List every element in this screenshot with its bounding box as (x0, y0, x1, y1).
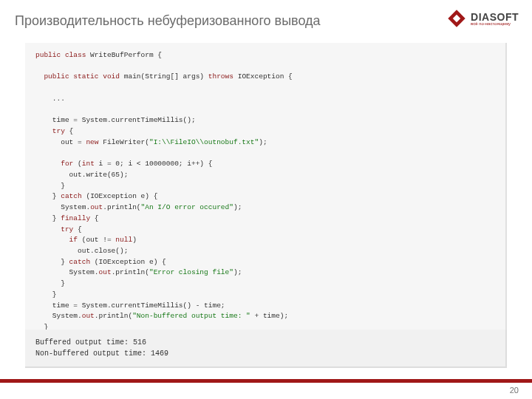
code-txt: time = System.currentTimeMillis() - time… (35, 301, 225, 310)
output-block: Buffered output time: 516 Non-buffered o… (25, 330, 507, 368)
code-kw: public static void (35, 72, 120, 81)
code-txt: } (35, 290, 57, 299)
code-str: "I:\\FileIO\\outnobuf.txt" (149, 138, 259, 146)
code-txt: } (35, 182, 65, 190)
code-txt: ); (259, 138, 267, 146)
code-kw: throws (208, 72, 233, 81)
code-txt: .println( (112, 268, 149, 276)
code-kw: catch (61, 192, 82, 200)
code-txt (35, 225, 61, 233)
footer-divider (0, 379, 532, 383)
output-line: Non-buffered output time: 1469 (35, 349, 168, 358)
code-txt: out.write(65); (35, 171, 128, 179)
code-kw: try (61, 225, 73, 233)
code-txt: { (90, 214, 98, 222)
code-txt: System. (35, 268, 99, 276)
logo-text-block: DIASOFT всё по-настоящему (471, 11, 519, 26)
code-txt: } (35, 214, 61, 222)
output-line: Buffered output time: 516 (35, 338, 146, 347)
code-kw: out (90, 203, 103, 211)
page-number: 20 (510, 386, 519, 395)
code-txt: ... (35, 95, 65, 103)
slide: Производительность небуферизованного выв… (0, 0, 532, 399)
code-kw: for (61, 160, 73, 168)
logo: DIASOFT всё по-настоящему (447, 9, 519, 28)
code-kw: finally (61, 214, 90, 222)
code-kw: out (99, 268, 112, 276)
code-txt: System. (35, 203, 90, 211)
code-txt: main(String[] args) (120, 72, 208, 81)
code-txt: out = (35, 138, 86, 146)
code-kw: int (82, 160, 95, 168)
code-kw: new (86, 138, 98, 146)
code-str: "Non-buffered output time: " (132, 312, 250, 320)
code-block: public class WriteBufPerform { public st… (25, 43, 507, 352)
code-txt: .println( (103, 203, 140, 211)
code-txt: i = 0; i < 10000000; i++) { (95, 160, 213, 168)
code-txt: ( (73, 160, 81, 168)
code-txt: WriteBufPerform { (86, 51, 162, 59)
code-kw: public class (35, 51, 86, 59)
page-title: Производительность небуферизованного выв… (15, 13, 321, 29)
code-txt: } (35, 192, 61, 200)
logo-icon (447, 9, 466, 28)
code-txt: } (35, 258, 69, 266)
code-txt: ) (132, 236, 137, 244)
code-kw: if (69, 236, 78, 244)
code-kw: null (115, 236, 132, 244)
code-kw: catch (69, 258, 91, 266)
code-str: "An I/O error occured" (141, 203, 233, 211)
code-txt: { (65, 127, 73, 135)
code-txt: FileWriter( (99, 138, 149, 146)
code-txt: + time); (250, 312, 288, 320)
code-txt: time = System.currentTimeMillis(); (35, 116, 196, 124)
code-txt: (out != (78, 236, 115, 244)
code-txt: System. (35, 312, 82, 320)
code-str: "Error closing file" (149, 268, 233, 276)
code-txt: out.close(); (35, 247, 128, 255)
code-txt (35, 236, 69, 244)
code-txt: ); (233, 268, 242, 276)
code-txt: IOException { (233, 72, 293, 81)
code-txt: (IOException e) { (90, 258, 166, 266)
code-kw: out (82, 312, 95, 320)
code-txt: } (35, 279, 65, 287)
code-txt: .println( (95, 312, 132, 320)
code-txt: { (73, 225, 81, 233)
code-txt (35, 160, 61, 168)
code-txt: (IOException e) { (82, 192, 158, 200)
code-txt (35, 127, 52, 135)
code-txt: ); (233, 203, 242, 211)
code-kw: try (52, 127, 65, 135)
logo-tagline: всё по-настоящему (471, 21, 511, 26)
